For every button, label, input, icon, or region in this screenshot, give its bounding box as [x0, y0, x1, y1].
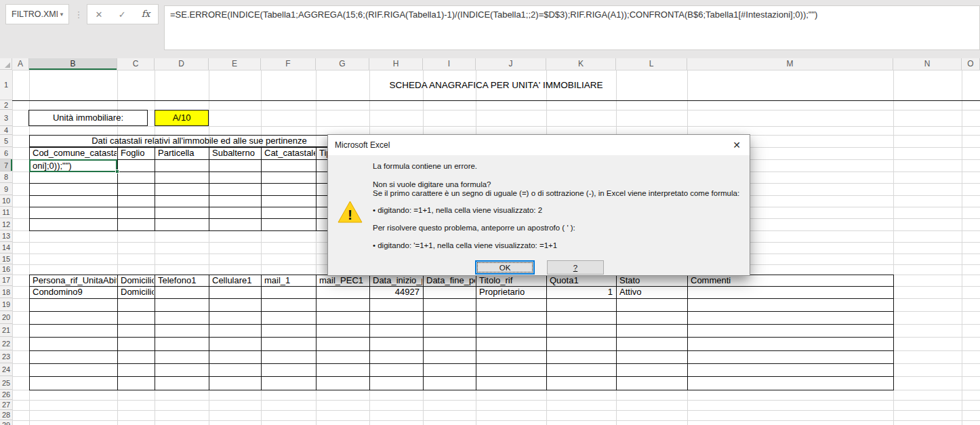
column-header-E[interactable]: E — [209, 58, 261, 70]
row-header-25[interactable]: 25 — [0, 376, 12, 390]
people-column-header[interactable]: mail_PEC1 — [317, 275, 369, 286]
catasto-column-header[interactable]: Subalterno — [209, 148, 260, 159]
people-column-header[interactable]: Persona_rif_UnitaAbitativa — [30, 275, 117, 286]
people-column-header[interactable]: Data_fine_pe — [424, 275, 475, 286]
fill-handle[interactable] — [115, 169, 119, 174]
row-header-16[interactable]: 16 — [0, 264, 12, 275]
people-cell[interactable]: Proprietario — [476, 287, 546, 298]
row-header-21[interactable]: 21 — [0, 324, 12, 337]
column-header-A[interactable]: A — [12, 58, 29, 70]
row-header-23[interactable]: 23 — [0, 350, 12, 363]
catasto-column-header[interactable]: Foglio — [118, 148, 154, 159]
gridline — [962, 70, 962, 425]
people-column-header[interactable]: Data_inizio_p — [370, 275, 422, 286]
column-header-B[interactable]: B — [29, 58, 117, 70]
catasto-column-header[interactable]: Particella — [155, 148, 208, 159]
row-header-24[interactable]: 24 — [0, 363, 12, 376]
table-border — [29, 311, 893, 312]
people-column-header[interactable]: Cellulare1 — [209, 275, 260, 286]
table-border — [29, 390, 893, 390]
people-column-header[interactable]: Commenti — [688, 275, 893, 286]
row-header-6[interactable]: 6 — [0, 147, 12, 159]
people-cell[interactable]: Condomino9 — [30, 287, 117, 298]
row-header-5[interactable]: 5 — [0, 135, 12, 147]
column-header-O[interactable]: O — [962, 58, 980, 70]
warning-icon: ! — [338, 201, 363, 223]
row-header-28[interactable]: 28 — [0, 410, 12, 420]
row-header-13[interactable]: 13 — [0, 230, 12, 242]
enter-icon[interactable]: ✓ — [119, 10, 126, 19]
cancel-icon[interactable]: ✕ — [96, 10, 103, 19]
people-column-header[interactable]: Quota1 — [547, 275, 615, 286]
row-header-10[interactable]: 10 — [0, 195, 12, 207]
insert-function-icon[interactable]: fx — [142, 9, 150, 19]
people-cell[interactable]: 1 — [547, 287, 615, 298]
row-header-3[interactable]: 3 — [0, 110, 12, 126]
gridline — [12, 420, 980, 421]
row-header-11[interactable]: 11 — [0, 207, 12, 218]
ok-button[interactable]: OK — [475, 260, 535, 275]
people-cell[interactable]: 44927 — [370, 287, 422, 298]
unit-label-cell[interactable]: Unità immobiliare: — [28, 110, 148, 126]
column-header-N[interactable]: N — [893, 58, 962, 70]
dialog-message-line: • digitando: =1+1, nella cella viene vis… — [373, 206, 747, 215]
row-header-26[interactable]: 26 — [0, 390, 12, 400]
row-header-17[interactable]: 17 — [0, 275, 12, 286]
row-header-18[interactable]: 18 — [0, 286, 12, 298]
row-header-7[interactable]: 7 — [0, 159, 12, 171]
dialog-titlebar[interactable]: Microsoft Excel ✕ — [328, 135, 750, 155]
column-header-J[interactable]: J — [476, 58, 546, 70]
row-header-20[interactable]: 20 — [0, 311, 12, 324]
table-border — [316, 275, 317, 390]
table-border — [29, 286, 893, 287]
active-cell-b7[interactable]: oni];0));"") — [29, 159, 117, 172]
table-border — [29, 363, 893, 364]
column-header-I[interactable]: I — [423, 58, 476, 70]
dialog-title: Microsoft Excel — [335, 140, 390, 150]
row-header-2[interactable]: 2 — [0, 100, 12, 110]
row-header-22[interactable]: 22 — [0, 337, 12, 350]
name-box[interactable]: FILTRO.XML ▼ — [5, 4, 69, 24]
svg-text:!: ! — [348, 207, 352, 222]
catasto-column-header[interactable]: Cod_comune_catastale — [30, 148, 117, 159]
row-header-12[interactable]: 12 — [0, 218, 12, 230]
formula-bar-input[interactable]: =SE.ERRORE(INDICE(Tabella1;AGGREGA(15;6;… — [164, 5, 980, 50]
column-header-K[interactable]: K — [546, 58, 616, 70]
row-header-27[interactable]: 27 — [0, 400, 12, 410]
table-border — [29, 324, 893, 325]
column-header-F[interactable]: F — [261, 58, 316, 70]
formula-bar-chrome: FILTRO.XML ▼ ⋮ ✕ ✓ fx =SE.ERRORE(INDICE(… — [0, 0, 980, 58]
select-all-corner[interactable] — [0, 58, 12, 70]
row-header-15[interactable]: 15 — [0, 254, 12, 264]
people-column-header[interactable]: Domicilio — [118, 275, 154, 286]
row-header-1[interactable]: 1 — [0, 70, 12, 100]
column-header-D[interactable]: D — [155, 58, 209, 70]
table-border — [209, 275, 209, 390]
people-cell[interactable]: Domicilio — [118, 287, 154, 298]
row-header-14[interactable]: 14 — [0, 242, 12, 254]
column-header-H[interactable]: H — [369, 58, 423, 70]
row-header-29[interactable]: 29 — [0, 420, 12, 425]
column-header-G[interactable]: G — [316, 58, 369, 70]
row-header-19[interactable]: 19 — [0, 298, 12, 311]
people-cell[interactable]: Attivo — [617, 287, 687, 298]
chevron-down-icon[interactable]: ▼ — [58, 12, 68, 18]
people-column-header[interactable]: Titolo_rif — [476, 275, 546, 286]
column-header-L[interactable]: L — [616, 58, 687, 70]
column-header-M[interactable]: M — [687, 58, 893, 70]
row-header-9[interactable]: 9 — [0, 183, 12, 195]
people-column-header[interactable]: Stato — [617, 275, 687, 286]
people-column-header[interactable]: Telefono1 — [155, 275, 208, 286]
people-column-header[interactable]: mail_1 — [262, 275, 315, 286]
excel-alert-dialog: Microsoft Excel ✕ ! La formula contiene … — [327, 134, 750, 276]
catasto-section-header[interactable]: Dati catastali relativi all'immobile ed … — [29, 135, 369, 147]
catasto-column-header[interactable]: Cat_catastale — [262, 148, 315, 159]
sheet-title[interactable]: SCHEDA ANAGRAFICA PER UNITA' IMMOBILIARE — [12, 70, 980, 100]
row-header-4[interactable]: 4 — [0, 126, 12, 135]
table-border — [29, 183, 369, 184]
close-icon[interactable]: ✕ — [733, 139, 741, 151]
row-header-8[interactable]: 8 — [0, 171, 12, 183]
help-button[interactable]: ? — [547, 260, 604, 275]
unit-value-cell[interactable]: A/10 — [155, 110, 209, 126]
column-header-C[interactable]: C — [117, 58, 155, 70]
